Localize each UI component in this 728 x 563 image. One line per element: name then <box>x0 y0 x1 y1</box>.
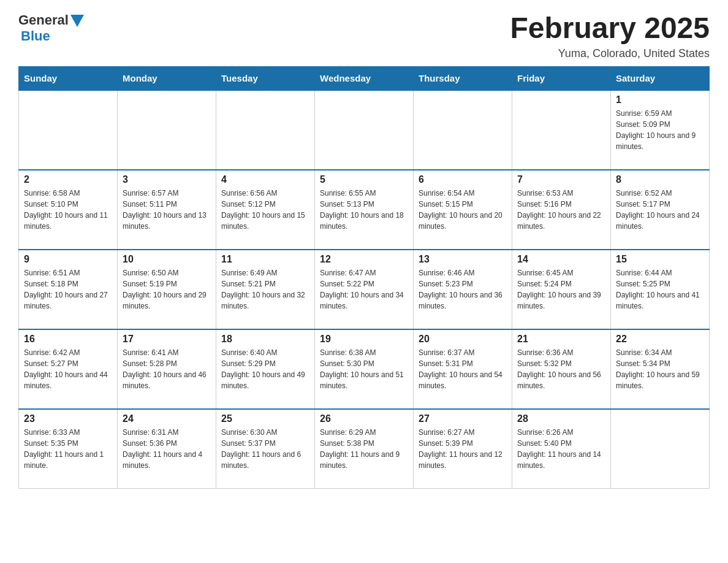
calendar-cell <box>216 90 315 170</box>
weekday-header-row: SundayMondayTuesdayWednesdayThursdayFrid… <box>19 66 710 90</box>
day-number: 27 <box>419 413 507 424</box>
day-number: 2 <box>24 174 112 185</box>
calendar-cell: 19Sunrise: 6:38 AMSunset: 5:30 PMDayligh… <box>315 329 414 409</box>
day-info: Sunrise: 6:42 AMSunset: 5:27 PMDaylight:… <box>24 347 112 391</box>
calendar-cell: 5Sunrise: 6:55 AMSunset: 5:13 PMDaylight… <box>315 170 414 250</box>
day-info: Sunrise: 6:57 AMSunset: 5:11 PMDaylight:… <box>123 188 211 232</box>
day-info: Sunrise: 6:38 AMSunset: 5:30 PMDaylight:… <box>320 347 408 391</box>
day-number: 28 <box>517 413 605 424</box>
day-info: Sunrise: 6:27 AMSunset: 5:39 PMDaylight:… <box>419 427 507 471</box>
calendar-cell <box>414 90 512 170</box>
day-info: Sunrise: 6:45 AMSunset: 5:24 PMDaylight:… <box>517 267 605 312</box>
svg-marker-0 <box>70 15 84 27</box>
calendar-cell: 13Sunrise: 6:46 AMSunset: 5:23 PMDayligh… <box>414 250 512 329</box>
calendar-cell <box>611 409 710 489</box>
day-number: 18 <box>221 334 309 345</box>
day-info: Sunrise: 6:44 AMSunset: 5:25 PMDaylight:… <box>616 267 704 312</box>
location-subtitle: Yuma, Colorado, United States <box>510 47 710 60</box>
day-number: 15 <box>616 254 704 265</box>
page-header: General Blue February 2025 Yuma, Colorad… <box>18 12 710 60</box>
day-info: Sunrise: 6:31 AMSunset: 5:36 PMDaylight:… <box>123 427 211 471</box>
day-number: 3 <box>123 174 211 185</box>
title-section: February 2025 Yuma, Colorado, United Sta… <box>510 12 710 60</box>
calendar-cell: 10Sunrise: 6:50 AMSunset: 5:19 PMDayligh… <box>118 250 216 329</box>
day-number: 9 <box>24 254 112 265</box>
day-info: Sunrise: 6:34 AMSunset: 5:34 PMDaylight:… <box>616 347 704 391</box>
day-number: 25 <box>221 413 309 424</box>
day-info: Sunrise: 6:54 AMSunset: 5:15 PMDaylight:… <box>419 188 507 232</box>
day-number: 11 <box>221 254 309 265</box>
calendar-cell: 20Sunrise: 6:37 AMSunset: 5:31 PMDayligh… <box>414 329 512 409</box>
calendar-cell: 26Sunrise: 6:29 AMSunset: 5:38 PMDayligh… <box>315 409 414 489</box>
calendar-cell: 12Sunrise: 6:47 AMSunset: 5:22 PMDayligh… <box>315 250 414 329</box>
day-number: 6 <box>419 174 507 185</box>
calendar-cell <box>512 90 611 170</box>
day-info: Sunrise: 6:40 AMSunset: 5:29 PMDaylight:… <box>221 347 309 391</box>
calendar-cell: 15Sunrise: 6:44 AMSunset: 5:25 PMDayligh… <box>611 250 710 329</box>
day-number: 10 <box>123 254 211 265</box>
weekday-header-sunday: Sunday <box>19 66 118 90</box>
day-number: 1 <box>616 94 704 105</box>
day-number: 12 <box>320 254 408 265</box>
day-info: Sunrise: 6:26 AMSunset: 5:40 PMDaylight:… <box>517 427 605 471</box>
weekday-header-friday: Friday <box>512 66 611 90</box>
calendar-cell: 27Sunrise: 6:27 AMSunset: 5:39 PMDayligh… <box>414 409 512 489</box>
day-info: Sunrise: 6:53 AMSunset: 5:16 PMDaylight:… <box>517 188 605 232</box>
calendar-cell <box>118 90 216 170</box>
calendar-cell: 24Sunrise: 6:31 AMSunset: 5:36 PMDayligh… <box>118 409 216 489</box>
calendar-cell: 18Sunrise: 6:40 AMSunset: 5:29 PMDayligh… <box>216 329 315 409</box>
day-number: 24 <box>123 413 211 424</box>
day-number: 5 <box>320 174 408 185</box>
weekday-header-saturday: Saturday <box>611 66 710 90</box>
day-info: Sunrise: 6:49 AMSunset: 5:21 PMDaylight:… <box>221 267 309 312</box>
day-info: Sunrise: 6:52 AMSunset: 5:17 PMDaylight:… <box>616 188 704 232</box>
day-info: Sunrise: 6:50 AMSunset: 5:19 PMDaylight:… <box>123 267 211 312</box>
day-number: 21 <box>517 334 605 345</box>
calendar-week-row: 9Sunrise: 6:51 AMSunset: 5:18 PMDaylight… <box>19 250 710 329</box>
day-number: 22 <box>616 334 704 345</box>
calendar-cell: 1Sunrise: 6:59 AMSunset: 5:09 PMDaylight… <box>611 90 710 170</box>
calendar-cell: 8Sunrise: 6:52 AMSunset: 5:17 PMDaylight… <box>611 170 710 250</box>
day-number: 7 <box>517 174 605 185</box>
calendar-cell <box>315 90 414 170</box>
day-number: 20 <box>419 334 507 345</box>
calendar-cell: 6Sunrise: 6:54 AMSunset: 5:15 PMDaylight… <box>414 170 512 250</box>
calendar-cell: 3Sunrise: 6:57 AMSunset: 5:11 PMDaylight… <box>118 170 216 250</box>
calendar-cell: 21Sunrise: 6:36 AMSunset: 5:32 PMDayligh… <box>512 329 611 409</box>
calendar-week-row: 2Sunrise: 6:58 AMSunset: 5:10 PMDaylight… <box>19 170 710 250</box>
logo-blue-text: Blue <box>21 28 50 44</box>
calendar-cell: 9Sunrise: 6:51 AMSunset: 5:18 PMDaylight… <box>19 250 118 329</box>
calendar-week-row: 23Sunrise: 6:33 AMSunset: 5:35 PMDayligh… <box>19 409 710 489</box>
calendar-table: SundayMondayTuesdayWednesdayThursdayFrid… <box>18 66 710 489</box>
day-info: Sunrise: 6:37 AMSunset: 5:31 PMDaylight:… <box>419 347 507 391</box>
day-number: 26 <box>320 413 408 424</box>
day-info: Sunrise: 6:30 AMSunset: 5:37 PMDaylight:… <box>221 427 309 471</box>
calendar-week-row: 16Sunrise: 6:42 AMSunset: 5:27 PMDayligh… <box>19 329 710 409</box>
day-info: Sunrise: 6:46 AMSunset: 5:23 PMDaylight:… <box>419 267 507 312</box>
day-number: 4 <box>221 174 309 185</box>
calendar-cell: 11Sunrise: 6:49 AMSunset: 5:21 PMDayligh… <box>216 250 315 329</box>
weekday-header-wednesday: Wednesday <box>315 66 414 90</box>
day-info: Sunrise: 6:41 AMSunset: 5:28 PMDaylight:… <box>123 347 211 391</box>
calendar-cell: 4Sunrise: 6:56 AMSunset: 5:12 PMDaylight… <box>216 170 315 250</box>
calendar-cell: 22Sunrise: 6:34 AMSunset: 5:34 PMDayligh… <box>611 329 710 409</box>
day-info: Sunrise: 6:56 AMSunset: 5:12 PMDaylight:… <box>221 188 309 232</box>
logo-general-text: General <box>18 12 69 28</box>
day-info: Sunrise: 6:29 AMSunset: 5:38 PMDaylight:… <box>320 427 408 471</box>
day-info: Sunrise: 6:33 AMSunset: 5:35 PMDaylight:… <box>24 427 112 471</box>
day-number: 13 <box>419 254 507 265</box>
day-number: 14 <box>517 254 605 265</box>
calendar-cell: 23Sunrise: 6:33 AMSunset: 5:35 PMDayligh… <box>19 409 118 489</box>
calendar-cell: 16Sunrise: 6:42 AMSunset: 5:27 PMDayligh… <box>19 329 118 409</box>
day-number: 19 <box>320 334 408 345</box>
calendar-cell <box>19 90 118 170</box>
month-year-title: February 2025 <box>510 12 710 45</box>
day-number: 23 <box>24 413 112 424</box>
weekday-header-monday: Monday <box>118 66 216 90</box>
calendar-cell: 14Sunrise: 6:45 AMSunset: 5:24 PMDayligh… <box>512 250 611 329</box>
day-number: 8 <box>616 174 704 185</box>
calendar-cell: 7Sunrise: 6:53 AMSunset: 5:16 PMDaylight… <box>512 170 611 250</box>
calendar-cell: 17Sunrise: 6:41 AMSunset: 5:28 PMDayligh… <box>118 329 216 409</box>
day-number: 17 <box>123 334 211 345</box>
calendar-cell: 2Sunrise: 6:58 AMSunset: 5:10 PMDaylight… <box>19 170 118 250</box>
